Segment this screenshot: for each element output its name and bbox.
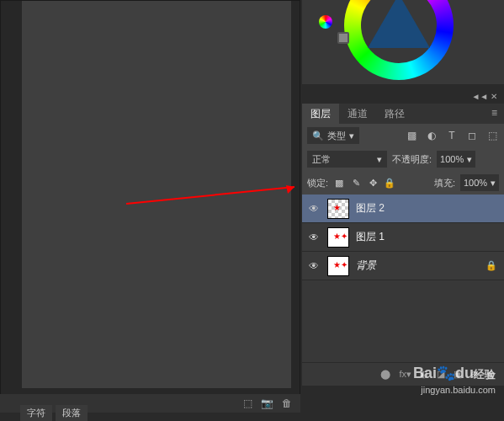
tab-character[interactable]: 字符 bbox=[20, 405, 52, 421]
color-picker-icon[interactable] bbox=[319, 15, 332, 29]
lock-icon: 🔒 bbox=[485, 260, 497, 271]
layer-name: 背景 bbox=[356, 258, 376, 273]
layer-thumbnail[interactable]: ★ bbox=[327, 199, 349, 219]
eye-icon[interactable]: 👁 bbox=[309, 260, 321, 272]
type-label: 类型 bbox=[327, 130, 346, 142]
filter-smart-icon[interactable]: ⬚ bbox=[485, 129, 499, 142]
type-filter-dropdown[interactable]: 🔍 类型 ▾ bbox=[307, 127, 359, 144]
layer-row[interactable]: 👁 ★✦ 背景 🔒 bbox=[302, 252, 504, 280]
chevron-down-icon: ▾ bbox=[377, 154, 382, 165]
artboard-icon[interactable]: ⬚ bbox=[243, 397, 252, 409]
camera-icon[interactable]: 📷 bbox=[261, 397, 273, 409]
color-wheel-panel bbox=[302, 0, 504, 84]
lock-label: 锁定: bbox=[307, 177, 328, 189]
layer-thumbnail[interactable]: ★✦ bbox=[327, 256, 349, 276]
tab-layers[interactable]: 图层 bbox=[302, 104, 339, 124]
chevron-down-icon: ▾ bbox=[491, 178, 496, 189]
opacity-label: 不透明度: bbox=[392, 153, 432, 166]
bottom-tabs: 字符 段落 bbox=[20, 405, 88, 421]
canvas[interactable] bbox=[22, 1, 291, 388]
layer-row[interactable]: 👁 ★ 图层 2 bbox=[302, 195, 504, 223]
layer-thumbnail[interactable]: ★✦ bbox=[327, 227, 349, 248]
filter-row: 🔍 类型 ▾ ▩ ◐ T ◻ ⬚ bbox=[302, 124, 504, 147]
tab-channels[interactable]: 通道 bbox=[339, 104, 376, 124]
lock-brush-icon[interactable]: ✎ bbox=[350, 177, 362, 189]
panel-tabs: 图层 通道 路径 ≡ bbox=[302, 104, 504, 124]
fill-label: 填充: bbox=[434, 177, 455, 189]
blend-row: 正常 ▾ 不透明度: 100% ▾ bbox=[302, 147, 504, 171]
layer-name: 图层 1 bbox=[356, 230, 385, 244]
color-square-icon[interactable] bbox=[337, 32, 349, 44]
fill-input[interactable]: 100% ▾ bbox=[460, 174, 499, 191]
watermark: Bai🐾du经验 jingyan.baidu.com bbox=[413, 364, 496, 396]
fx-icon[interactable]: fx▾ bbox=[399, 369, 411, 380]
canvas-area bbox=[0, 0, 300, 402]
lock-position-icon[interactable]: ✥ bbox=[367, 177, 379, 189]
blend-mode-select[interactable]: 正常 ▾ bbox=[307, 151, 387, 168]
layer-name: 图层 2 bbox=[356, 201, 385, 216]
search-icon: 🔍 bbox=[312, 131, 324, 141]
layers-panel: 图层 通道 路径 ≡ 🔍 类型 ▾ ▩ ◐ T ◻ ⬚ 正常 ▾ 不透明度: 1… bbox=[302, 104, 504, 386]
eye-icon[interactable]: 👁 bbox=[309, 232, 321, 243]
chevron-down-icon: ▾ bbox=[349, 131, 354, 141]
lock-all-icon[interactable]: 🔒 bbox=[384, 177, 395, 189]
layer-list: 👁 ★ 图层 2 👁 ★✦ 图层 1 👁 ★✦ 背景 🔒 bbox=[302, 195, 504, 280]
chevron-down-icon: ▾ bbox=[467, 154, 472, 165]
filter-shape-icon[interactable]: ◻ bbox=[465, 129, 479, 142]
tab-paths[interactable]: 路径 bbox=[376, 104, 413, 124]
lock-pixels-icon[interactable]: ▩ bbox=[333, 177, 345, 189]
opacity-input[interactable]: 100% ▾ bbox=[437, 151, 475, 168]
link-layers-icon[interactable]: ⬤ bbox=[380, 369, 390, 380]
filter-adjustment-icon[interactable]: ◐ bbox=[425, 129, 438, 142]
panel-collapse-bar[interactable]: ◄◄ ✕ bbox=[302, 88, 504, 104]
lock-row: 锁定: ▩ ✎ ✥ 🔒 填充: 100% ▾ bbox=[302, 171, 504, 195]
collapse-icon[interactable]: ◄◄ ✕ bbox=[471, 92, 497, 101]
trash-icon[interactable]: 🗑 bbox=[282, 397, 292, 409]
eye-icon[interactable]: 👁 bbox=[309, 203, 321, 215]
layer-row[interactable]: 👁 ★✦ 图层 1 bbox=[302, 223, 504, 252]
filter-text-icon[interactable]: T bbox=[445, 129, 459, 142]
color-wheel[interactable] bbox=[344, 0, 454, 80]
panel-menu-icon[interactable]: ≡ bbox=[485, 104, 504, 124]
tab-paragraph[interactable]: 段落 bbox=[56, 405, 88, 421]
filter-pixel-icon[interactable]: ▩ bbox=[405, 129, 418, 142]
